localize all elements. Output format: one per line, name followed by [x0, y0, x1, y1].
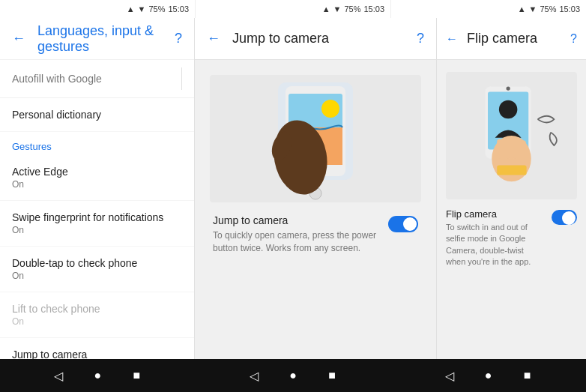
active-edge-subtitle: On [12, 179, 182, 190]
time-2: 15:03 [363, 4, 384, 13]
svg-point-11 [507, 86, 510, 90]
wifi-icon-1: ▼ [138, 4, 146, 13]
left-panel: ← Languages, input & gestures ? Autofill… [0, 18, 195, 359]
jump-camera-setting-row: Jump to camera To quickly open camera, p… [210, 214, 421, 255]
flip-camera-svg [446, 72, 577, 199]
gestures-section-label: Gestures [0, 132, 194, 155]
left-header: ← Languages, input & gestures ? [0, 18, 194, 60]
personal-dictionary-title: Personal dictionary [12, 109, 182, 121]
jump-camera-setting-desc: To quickly open camera, press the power … [213, 229, 379, 255]
middle-panel: ← Jump to camera ? [195, 18, 436, 359]
middle-back-button[interactable]: ← [207, 31, 220, 46]
jump-camera-setting-text: Jump to camera To quickly open camera, p… [213, 214, 379, 255]
home-nav-button-2[interactable]: ● [284, 367, 302, 385]
middle-panel-title: Jump to camera [232, 31, 405, 46]
svg-rect-15 [513, 138, 518, 159]
jump-to-camera-title: Jump to camera [12, 349, 182, 359]
recents-nav-button-3[interactable]: ■ [519, 367, 537, 385]
middle-header: ← Jump to camera ? [195, 18, 436, 60]
right-help-button[interactable]: ? [570, 32, 577, 46]
status-bar-3: ▲ ▼ 75% 15:03 [391, 0, 586, 18]
main-content: ← Languages, input & gestures ? Autofill… [0, 18, 586, 359]
svg-rect-13 [497, 139, 502, 158]
flip-camera-setting-row: Flip camera To switch in and out of self… [446, 208, 577, 268]
left-back-button[interactable]: ← [12, 31, 25, 46]
back-nav-button-2[interactable]: ◁ [245, 367, 263, 385]
svg-point-10 [499, 100, 518, 119]
double-tap-subtitle: On [12, 271, 182, 281]
personal-dictionary-item[interactable]: Personal dictionary [0, 98, 194, 132]
right-header: ← Flip camera ? [437, 18, 586, 60]
flip-camera-toggle[interactable] [552, 210, 577, 225]
nav-section-2: ◁ ● ■ [196, 367, 391, 385]
signal-icon-1: ▲ [127, 4, 135, 13]
battery-1: 75% [148, 4, 165, 13]
jump-to-camera-item[interactable]: Jump to camera On [0, 338, 194, 359]
wifi-icon-2: ▼ [333, 4, 342, 13]
left-panel-list: Autofill with Google Personal dictionary… [0, 60, 194, 359]
nav-section-3: ◁ ● ■ [390, 367, 586, 385]
recents-nav-button-1[interactable]: ■ [127, 367, 145, 385]
autofill-label: Autofill with Google [12, 73, 102, 85]
signal-icon-2: ▲ [322, 4, 330, 13]
right-panel: ← Flip camera ? [436, 18, 586, 359]
back-nav-button-1[interactable]: ◁ [49, 367, 67, 385]
left-help-button[interactable]: ? [175, 31, 182, 46]
right-back-button[interactable]: ← [446, 32, 458, 46]
time-3: 15:03 [559, 4, 580, 13]
home-nav-button-1[interactable]: ● [88, 367, 106, 385]
nav-section-1: ◁ ● ■ [0, 367, 196, 385]
flip-camera-setting-desc: To switch in and out of selfie mode in G… [446, 222, 546, 268]
swipe-fingerprint-subtitle: On [12, 225, 182, 235]
recents-nav-button-2[interactable]: ■ [323, 367, 341, 385]
lift-to-check-subtitle: On [12, 316, 182, 327]
swipe-fingerprint-item[interactable]: Swipe fingerprint for notifications On [0, 201, 194, 247]
autofill-item[interactable]: Autofill with Google [0, 60, 194, 98]
right-content: Flip camera To switch in and out of self… [437, 60, 586, 359]
svg-rect-16 [521, 140, 526, 157]
time-1: 15:03 [168, 4, 189, 13]
home-nav-button-3[interactable]: ● [480, 367, 498, 385]
double-tap-item[interactable]: Double-tap to check phone On [0, 247, 194, 292]
swipe-fingerprint-title: Swipe fingerprint for notifications [12, 211, 182, 223]
double-tap-title: Double-tap to check phone [12, 257, 182, 269]
status-bars: ▲ ▼ 75% 15:03 ▲ ▼ 75% 15:03 ▲ ▼ 75% 15:0… [0, 0, 586, 18]
active-edge-item[interactable]: Active Edge On [0, 155, 194, 201]
back-nav-button-3[interactable]: ◁ [441, 367, 459, 385]
lift-to-check-item[interactable]: Lift to check phone On [0, 292, 194, 338]
nav-bar: ◁ ● ■ ◁ ● ■ ◁ ● ■ [0, 359, 586, 392]
battery-3: 75% [540, 4, 556, 13]
svg-rect-17 [497, 165, 526, 175]
lift-to-check-title: Lift to check phone [12, 303, 182, 315]
left-panel-title: Languages, input & gestures [37, 23, 163, 55]
wifi-icon-3: ▼ [529, 4, 537, 13]
svg-point-4 [321, 100, 339, 118]
jump-camera-setting-title: Jump to camera [213, 214, 379, 226]
status-bar-1: ▲ ▼ 75% 15:03 [0, 0, 196, 18]
middle-content: Jump to camera To quickly open camera, p… [195, 60, 436, 359]
active-edge-title: Active Edge [12, 166, 182, 178]
middle-help-button[interactable]: ? [417, 31, 424, 46]
jump-camera-toggle[interactable] [388, 216, 418, 232]
right-panel-title: Flip camera [467, 31, 561, 46]
jump-camera-illustration [210, 75, 421, 202]
flip-camera-setting-title: Flip camera [446, 208, 546, 220]
flip-camera-illustration [446, 72, 577, 199]
status-bar-2: ▲ ▼ 75% 15:03 [196, 0, 391, 18]
flip-camera-setting-text: Flip camera To switch in and out of self… [446, 208, 546, 268]
jump-camera-svg [210, 75, 421, 202]
svg-rect-14 [505, 138, 510, 159]
signal-icon-3: ▲ [518, 4, 526, 13]
battery-2: 75% [344, 4, 360, 13]
